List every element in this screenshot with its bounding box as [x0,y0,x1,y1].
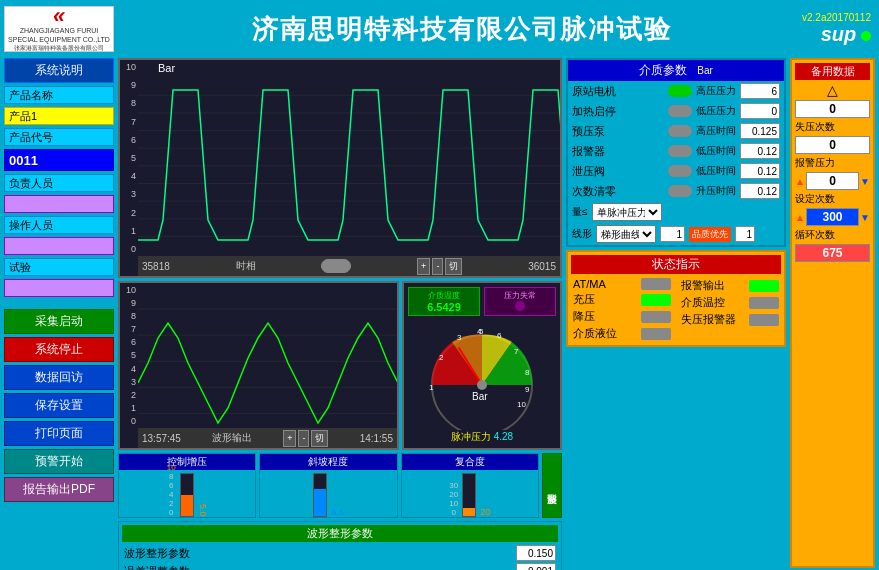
data-alarm-press-value: 0 [806,172,859,190]
medium-label-4: 报警器 [572,144,664,159]
medium-param-4: 低压时间 [696,144,736,158]
status-led-temp-ctrl [749,297,779,309]
gauge-container: 介质温度 6.5429 压力失常 [402,281,562,450]
ctrl-title-composite: 复合度 [402,454,538,470]
status-led-pressure-alarm [749,314,779,326]
wave-adjust-label: 波形调整 [542,453,562,518]
lower-chart-plus[interactable]: + [283,430,296,447]
svg-point-26 [477,380,487,390]
medium-input-4[interactable] [740,143,780,159]
upper-x-mid: 时相 [236,259,256,273]
ctrl-title-slope: 斜坡程度 [260,454,396,470]
data-cycle-count-label: 循环次数 [795,228,870,242]
data-set-up[interactable]: ▲ [795,212,805,223]
lower-chart-y-axis: 10 9 8 7 6 5 4 3 2 1 0 [120,283,138,428]
toggle-2[interactable] [668,105,692,117]
ctrl-title-pressure: 控制增压 [119,454,255,470]
status-label-alarm-out: 报警输出 [681,278,725,293]
ctrl-col-composite: 复合度 30 20 10 0 [401,453,539,518]
sup-text: sup [821,23,857,45]
curve-value[interactable] [660,226,685,242]
product-code-label: 产品代号 [4,128,114,146]
status-panel: 状态指示 AT/MA 充压 降压 [566,250,786,347]
svg-text:Bar: Bar [472,391,488,402]
btn-pdf[interactable]: 报告输出PDF [4,477,114,502]
medium-input-6[interactable] [740,183,780,199]
btn-save[interactable]: 保存设置 [4,393,114,418]
toggle-5[interactable] [668,165,692,177]
sup-area: sup [802,23,871,46]
curve-select[interactable]: 梯形曲线 [596,225,656,243]
lower-chart-canvas [138,283,397,428]
medium-input-5[interactable] [740,163,780,179]
status-led-charge [641,294,671,306]
mode-prefix: 量≤ [572,205,588,219]
waveform-param-row-1: 波形整形参数 [122,544,558,562]
pressure-fail-label: 压力失常 [487,290,553,301]
upper-chart-canvas: Bar [138,60,560,256]
btn-warn[interactable]: 预警开始 [4,449,114,474]
medium-row-1: 原站电机 高压压力 [568,81,784,101]
data-alarm-up[interactable]: ▲ [795,176,805,187]
data-alarm-press-label: 报警压力 [795,156,870,170]
gauge-area: 介质温度 6.5429 压力失常 [402,281,562,450]
svg-text:2: 2 [439,353,444,362]
svg-text:10: 10 [517,400,526,409]
lower-chart-minus[interactable]: - [298,430,309,447]
highlight-btn[interactable]: 品质优先 [689,227,731,242]
waveform-param-input-1[interactable] [516,545,556,561]
main-title: 济南思明特科技有限公司脉冲试验 [122,12,802,47]
test-value [4,279,114,297]
medium-row-6: 次数清零 升压时间 [568,181,784,201]
highlight-value[interactable] [735,226,755,242]
operator-value [4,237,114,255]
toggle-1[interactable] [668,85,692,97]
upper-chart-plus[interactable]: + [417,258,430,275]
control-waveform-area: 控制增压 10 8 6 4 2 0 [118,453,562,570]
svg-text:9: 9 [525,385,530,394]
data-set-down[interactable]: ▼ [860,212,870,223]
mode-select[interactable]: 单脉冲压力 [592,203,662,221]
btn-review[interactable]: 数据回访 [4,365,114,390]
data-alarm-down[interactable]: ▼ [860,176,870,187]
medium-param-5: 低压时间 [696,164,736,178]
data-cycle-count-value: 675 [795,244,870,262]
center-area: 10 9 8 7 6 5 4 3 2 1 0 Bar [118,58,562,568]
medium-input-2[interactable] [740,103,780,119]
upper-chart-bottom: 35818 时相 + - 切 36015 [138,256,560,276]
btn-start[interactable]: 采集启动 [4,309,114,334]
lower-control-row: 控制增压 10 8 6 4 2 0 [118,453,562,570]
upper-chart-label: Bar [158,62,175,74]
responsible-label: 负责人员 [4,174,114,192]
lower-x-left: 13:57:45 [142,433,181,444]
pulse-pressure-label: 脉冲压力 4.28 [451,430,513,444]
upper-chart: 10 9 8 7 6 5 4 3 2 1 0 Bar [118,58,562,278]
upper-chart-slider[interactable] [321,259,351,273]
waveform-param-input-2[interactable] [516,563,556,570]
medium-input-1[interactable] [740,83,780,99]
lower-chart-zoom[interactable]: 切 [311,430,328,447]
upper-chart-zoom[interactable]: 切 [445,258,462,275]
content-row: 系统说明 产品名称 产品1 产品代号 0011 负责人员 操作人员 试验 采集启… [4,58,875,568]
ctrl-bar-composite: 30 20 10 0 20 [402,470,538,520]
medium-label-2: 加热启停 [572,104,664,119]
status-row-temp-ctrl: 介质温控 [679,294,781,311]
medium-row-2: 加热启停 低压压力 [568,101,784,121]
status-label-charge: 充压 [573,292,595,307]
logo-brand: « [53,5,65,27]
toggle-3[interactable] [668,125,692,137]
pressure-fail-box: 压力失常 [484,287,556,316]
btn-stop[interactable]: 系统停止 [4,337,114,362]
data-fail-value: 0 [795,136,870,154]
toggle-6[interactable] [668,185,692,197]
data-fail-label: 失压次数 [795,120,870,134]
medium-mode-row: 量≤ 单脉冲压力 [568,201,784,223]
operator-label: 操作人员 [4,216,114,234]
btn-print[interactable]: 打印页面 [4,421,114,446]
medium-input-3[interactable] [740,123,780,139]
pulse-pressure-value: 4.28 [494,431,513,442]
data-delta-value: 0 [795,100,870,118]
upper-chart-minus[interactable]: - [432,258,443,275]
toggle-4[interactable] [668,145,692,157]
svg-text:1: 1 [429,383,434,392]
